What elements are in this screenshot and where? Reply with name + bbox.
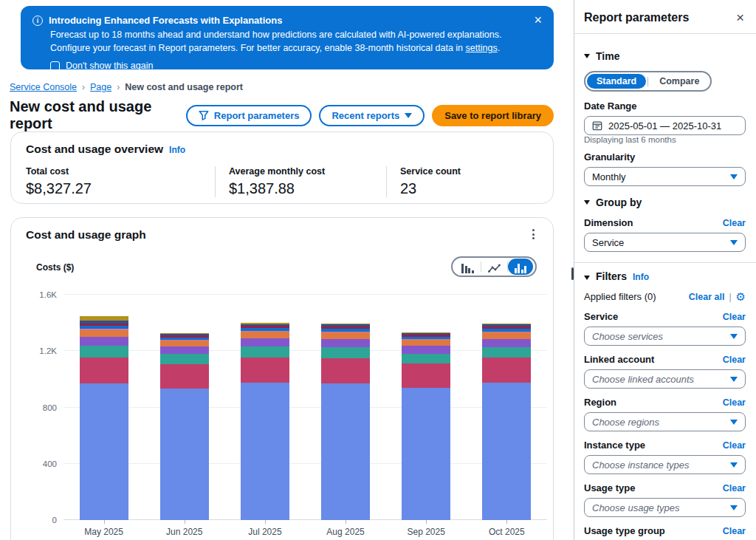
stacked-bar[interactable] xyxy=(160,333,209,520)
filter-groups: Service Clear Choose services Linked acc… xyxy=(584,311,746,540)
compare-mode-button[interactable]: Compare xyxy=(650,74,709,89)
stat-label: Total cost xyxy=(26,166,200,177)
dont-show-again-checkbox[interactable] xyxy=(50,61,60,71)
close-icon[interactable]: × xyxy=(534,13,542,27)
filter-select[interactable]: Choose linked accounts xyxy=(584,369,746,389)
bar-segment[interactable] xyxy=(80,346,128,358)
bar-segment[interactable] xyxy=(482,339,531,347)
bar-segment[interactable] xyxy=(160,346,209,354)
y-axis-tick-label: 400 xyxy=(43,459,57,468)
breadcrumb-service-console[interactable]: Service Console xyxy=(10,82,77,92)
chevron-down-icon xyxy=(584,276,590,280)
bar-segment[interactable] xyxy=(241,346,289,357)
filter-select[interactable]: Choose instance types xyxy=(584,455,746,474)
chevron-down-icon xyxy=(730,377,738,382)
bar-segment[interactable] xyxy=(241,332,289,338)
bar-segment[interactable] xyxy=(482,358,531,383)
filter-clear-link[interactable]: Clear xyxy=(723,355,746,365)
chevron-down-icon xyxy=(730,420,738,425)
bar-segment[interactable] xyxy=(321,358,370,383)
stacked-bar[interactable] xyxy=(80,316,128,520)
granularity-select[interactable]: Monthly xyxy=(584,167,746,186)
filters-section-header[interactable]: Filters Info xyxy=(584,270,746,282)
bar-segment[interactable] xyxy=(160,364,209,389)
kebab-menu-icon[interactable] xyxy=(526,227,540,242)
close-icon[interactable]: × xyxy=(736,10,744,24)
info-circle-icon: i xyxy=(32,16,43,26)
x-axis-tick xyxy=(185,520,185,524)
dimension-clear-link[interactable]: Clear xyxy=(723,218,746,228)
bar-column: Oct 2025 xyxy=(482,295,531,520)
stacked-bar[interactable] xyxy=(482,324,531,520)
stat-label: Average monthly cost xyxy=(229,166,371,177)
group-by-section-header[interactable]: Group by xyxy=(584,196,746,208)
page-header: New cost and usage report Report paramet… xyxy=(10,98,554,132)
date-range-input[interactable]: 2025-05-01 — 2025-10-31 xyxy=(584,116,746,135)
bar-segment[interactable] xyxy=(402,354,450,363)
stacked-bar[interactable] xyxy=(241,323,289,520)
filter-select[interactable]: Choose regions xyxy=(584,412,746,431)
bar-segment[interactable] xyxy=(402,340,450,346)
chart-type-toggle xyxy=(451,256,537,277)
bar-segment[interactable] xyxy=(160,389,209,520)
bar-segment[interactable] xyxy=(160,354,209,364)
dimension-select[interactable]: Service xyxy=(584,233,746,252)
time-section-label: Time xyxy=(596,50,619,62)
bar-segment[interactable] xyxy=(80,358,128,383)
filter-clear-link[interactable]: Clear xyxy=(723,440,746,451)
filter-clear-link[interactable]: Clear xyxy=(723,312,746,322)
bar-segment[interactable] xyxy=(241,358,289,383)
dimension-value: Service xyxy=(592,237,624,248)
report-parameters-button[interactable]: Report parameters xyxy=(186,105,312,126)
overview-card-title: Cost and usage overview xyxy=(26,143,163,156)
bar-segment[interactable] xyxy=(402,346,450,353)
bar-segment[interactable] xyxy=(80,330,128,338)
bar-segment[interactable] xyxy=(321,383,370,520)
breadcrumb-page[interactable]: Page xyxy=(90,82,111,92)
overview-info-link[interactable]: Info xyxy=(169,145,185,155)
granularity-value: Monthly xyxy=(592,171,626,182)
filter-select[interactable]: Choose usage types xyxy=(584,498,746,517)
filter-select[interactable]: Choose services xyxy=(584,327,746,346)
recent-reports-label: Recent reports xyxy=(331,110,399,121)
stat-value: 23 xyxy=(400,180,461,197)
recent-reports-button[interactable]: Recent reports xyxy=(319,105,425,126)
filter-clear-link[interactable]: Clear xyxy=(723,483,746,493)
date-range-label: Date Range xyxy=(584,100,746,112)
bar-chart-icon xyxy=(461,264,474,273)
time-section-header[interactable]: Time xyxy=(584,50,746,62)
bar-segment[interactable] xyxy=(321,347,370,358)
stacked-bar[interactable] xyxy=(402,332,450,520)
bar-segment[interactable] xyxy=(80,337,128,346)
bar-segment[interactable] xyxy=(482,332,531,339)
standard-mode-button[interactable]: Standard xyxy=(587,74,646,89)
save-to-report-library-button[interactable]: Save to report library xyxy=(432,105,554,126)
line-chart-button[interactable] xyxy=(481,259,507,275)
filters-info-link[interactable]: Info xyxy=(633,272,649,282)
settings-link[interactable]: settings xyxy=(466,43,498,53)
bar-segment[interactable] xyxy=(402,388,450,520)
bar-segment[interactable] xyxy=(402,363,450,388)
line-chart-icon xyxy=(488,264,501,273)
stacked-bar-chart-button[interactable] xyxy=(508,259,534,275)
chevron-right-icon: › xyxy=(82,82,85,92)
clear-all-link[interactable]: Clear all xyxy=(689,292,725,302)
x-axis-tick-label: Aug 2025 xyxy=(326,527,364,537)
bar-chart-button[interactable] xyxy=(455,259,481,275)
filter-clear-link[interactable]: Clear xyxy=(723,526,746,536)
y-axis-tick-label: 0 xyxy=(52,516,57,524)
y-axis-tick-label: 1.6K xyxy=(39,290,57,299)
chevron-down-icon xyxy=(405,113,412,118)
bar-segment[interactable] xyxy=(321,332,370,339)
bar-segment[interactable] xyxy=(321,339,370,347)
bar-segment[interactable] xyxy=(482,347,531,358)
bar-segment[interactable] xyxy=(241,383,289,520)
bar-segment[interactable] xyxy=(241,338,289,346)
bar-segment[interactable] xyxy=(160,341,209,346)
filter-clear-link[interactable]: Clear xyxy=(723,397,746,408)
filter-placeholder: Choose services xyxy=(592,331,663,342)
gear-icon[interactable]: ⚙ xyxy=(736,291,746,302)
bar-segment[interactable] xyxy=(482,383,531,520)
bar-segment[interactable] xyxy=(80,383,128,520)
stacked-bar[interactable] xyxy=(321,324,370,520)
